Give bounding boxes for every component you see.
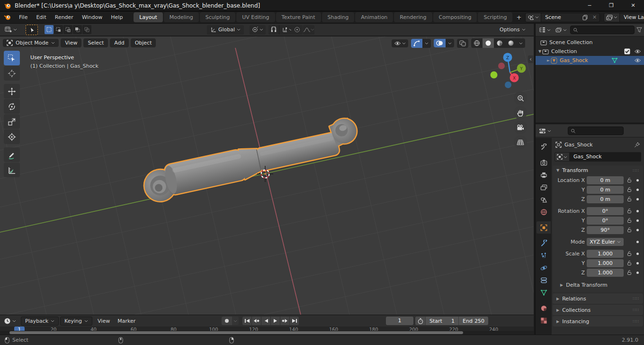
camera-view-button[interactable] (514, 121, 527, 134)
outliner-row-scene-collection[interactable]: Scene Collection (536, 38, 644, 47)
viewport-3d[interactable]: Z Y X Object Mode ViewSelectAddObject (0, 36, 534, 315)
menu-help[interactable]: Help (107, 12, 127, 22)
active-tool-button[interactable] (26, 25, 38, 35)
tool-move[interactable] (4, 84, 20, 99)
timeline-scrollbar-thumb[interactable] (9, 331, 463, 334)
transform-panel-header[interactable]: ▼ Transform ∷∷ (553, 165, 643, 175)
transform-value-field[interactable]: 0° (587, 207, 624, 215)
current-frame-field[interactable]: 1 (386, 317, 413, 325)
unlink-scene-icon[interactable]: ✕ (590, 14, 599, 20)
drag-dots-icon[interactable]: ∷∷ (633, 319, 639, 324)
shading-solid-button[interactable] (483, 38, 494, 48)
overlays-dropdown[interactable] (446, 41, 454, 46)
play-button[interactable] (271, 317, 280, 325)
tab-physics[interactable] (537, 262, 551, 274)
panel-instancing[interactable]: ▶Instancing∷∷ (553, 316, 643, 327)
lock-icon[interactable] (626, 196, 633, 202)
menu-window[interactable]: Window (78, 12, 107, 22)
tool-rotate[interactable] (4, 99, 20, 114)
shading-dropdown[interactable] (517, 41, 525, 46)
timeline-menu-marker[interactable]: Marker (114, 317, 139, 326)
tool-transform[interactable] (4, 129, 20, 144)
tool-measure[interactable] (4, 163, 20, 177)
proportional-edit-icon[interactable] (291, 25, 303, 35)
transform-value-field[interactable]: 0 m (587, 195, 624, 203)
select-subtract-button[interactable] (63, 25, 72, 34)
select-extend-button[interactable] (54, 25, 63, 34)
animate-property-dot[interactable] (636, 272, 639, 274)
tab-output[interactable] (537, 169, 551, 181)
transform-value-field[interactable]: 1.000 (587, 269, 624, 277)
shading-wireframe-button[interactable] (471, 38, 483, 48)
tab-scene[interactable] (537, 193, 551, 206)
tab-modifiers[interactable] (537, 237, 551, 249)
viewport-menu-add[interactable]: Add (110, 38, 128, 47)
blender-menu-icon[interactable] (0, 14, 15, 21)
object-id-button[interactable] (555, 152, 570, 162)
timeline-editor-type-button[interactable] (0, 318, 19, 325)
zoom-button[interactable] (514, 91, 527, 105)
tab-tool[interactable] (537, 141, 551, 153)
object-name-input[interactable]: Gas_Shock (570, 152, 641, 162)
timeline-menu-playback[interactable]: Playback (21, 317, 59, 326)
jump-to-start-button[interactable] (242, 317, 251, 325)
overlays-toggle[interactable] (434, 39, 446, 47)
viewport-menu-object[interactable]: Object (131, 38, 156, 47)
drag-dots-icon[interactable]: ∷∷ (633, 168, 639, 173)
tab-object[interactable] (537, 221, 551, 234)
lock-icon[interactable] (626, 260, 633, 266)
tab-constraints[interactable] (537, 274, 551, 286)
timeline-menu-view[interactable]: View (94, 317, 114, 326)
visibility-dropdown[interactable] (392, 39, 408, 47)
menu-edit[interactable]: Edit (32, 12, 50, 22)
lock-icon[interactable] (626, 208, 633, 214)
timeline-scrollbar[interactable] (0, 331, 534, 335)
animate-property-dot[interactable] (636, 253, 639, 255)
xray-toggle[interactable] (457, 39, 468, 48)
gas-shock-model[interactable] (139, 117, 362, 204)
tab-material[interactable] (537, 302, 551, 314)
scene-selector[interactable]: Scene ✕ (525, 13, 600, 22)
drag-dots-icon[interactable]: ∷∷ (633, 308, 639, 312)
panel-relations[interactable]: ▶Relations∷∷ (553, 293, 643, 304)
menu-render[interactable]: Render (51, 12, 78, 22)
animate-property-dot[interactable] (636, 219, 639, 222)
tab-texture[interactable] (537, 314, 551, 327)
viewport-menu-view[interactable]: View (61, 38, 81, 47)
menu-file[interactable]: File (15, 12, 32, 22)
drag-dots-icon[interactable]: ∷∷ (633, 296, 639, 301)
lock-icon[interactable] (626, 187, 633, 192)
transform-value-field[interactable]: 0 m (587, 186, 624, 194)
outliner-editor-type-button[interactable] (537, 26, 552, 34)
rotation-mode-dropdown[interactable]: XYZ Euler (587, 238, 624, 246)
hide-eye-icon[interactable] (634, 58, 641, 63)
lock-icon[interactable] (626, 218, 633, 223)
start-frame-field[interactable]: Start1 (426, 317, 459, 325)
new-scene-icon[interactable] (581, 15, 590, 20)
tab-world[interactable] (537, 206, 551, 218)
workspace-tab-texture-paint[interactable]: Texture Paint (276, 12, 321, 22)
transform-value-field[interactable]: 1.000 (587, 259, 624, 267)
select-set-button[interactable] (45, 25, 54, 34)
options-dropdown[interactable]: Options (495, 25, 530, 35)
auto-keying-record-button[interactable] (222, 317, 232, 325)
hide-eye-icon[interactable] (634, 49, 641, 54)
select-intersect-button[interactable] (82, 25, 91, 34)
animate-property-dot[interactable] (636, 241, 639, 243)
tab-particles[interactable] (537, 249, 551, 262)
animate-property-dot[interactable] (636, 229, 639, 231)
animate-property-dot[interactable] (636, 262, 639, 264)
lock-icon[interactable] (626, 251, 633, 256)
transform-value-field[interactable]: 0° (587, 217, 624, 225)
next-keyframe-button[interactable] (280, 317, 289, 325)
lock-icon[interactable] (626, 177, 633, 183)
animate-property-dot[interactable] (636, 189, 639, 191)
properties-search-input[interactable] (568, 127, 624, 135)
exclude-checkbox[interactable] (624, 48, 630, 54)
sidebar-collapse-arrow[interactable]: ‹ (528, 55, 533, 63)
workspace-tab-shading[interactable]: Shading (322, 12, 355, 22)
transform-value-field[interactable]: 90° (587, 226, 624, 234)
delta-transform-subpanel[interactable]: ▶ Delta Transform (553, 280, 643, 290)
end-frame-field[interactable]: End250 (459, 317, 488, 325)
pivot-point-dropdown[interactable] (250, 25, 266, 35)
